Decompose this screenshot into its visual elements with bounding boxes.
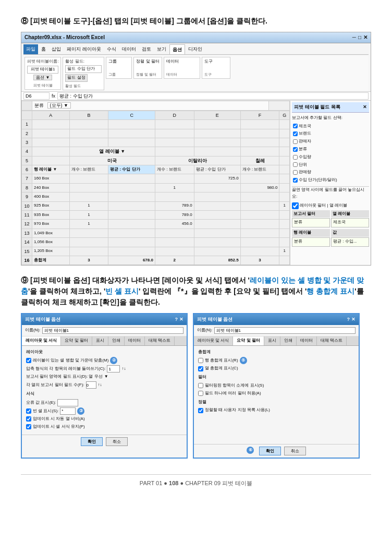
dialog-1-tab-filter[interactable]: 요약 및 필터 [61, 336, 92, 345]
dialog-2-help-icon[interactable]: ? [347, 316, 350, 323]
dialog-1-tab-display[interactable]: 표시 [92, 336, 108, 345]
dialog-1-tab-layout[interactable]: 레이아웃 및 서식 [22, 336, 61, 345]
dialog-2-close-icon[interactable]: ✕ [351, 316, 356, 323]
row-8: 8 [22, 183, 32, 192]
section-8: ⑧ [피벗 테이블 도구]-[옵션] 탭의 [피벗 테이블] 그룹에서 [옵션]… [21, 16, 371, 266]
dialog-2-tab-data[interactable]: 데이터 [297, 336, 317, 345]
checkbox-브랜드[interactable] [293, 131, 298, 136]
preserve-format-row: 업데이트 시 셀 서식 유지(P) [26, 424, 182, 430]
dialog-1-cancel-btn[interactable]: 취소 [106, 437, 128, 446]
cell-ref-input[interactable] [23, 92, 50, 100]
tab-file[interactable]: 파일 [23, 44, 38, 54]
empty-cells-row: 빈 셀 표시(S): ③ [26, 407, 182, 415]
checkbox-수입단가[interactable] [293, 178, 298, 183]
filter-subtotals-checkbox[interactable] [198, 383, 203, 388]
dialog-2-tab-display[interactable]: 표시 [264, 336, 280, 345]
sidebar-close-icon[interactable]: ✕ [363, 103, 367, 111]
dialog-1-tab-alt[interactable]: 대체 텍스트 [145, 336, 175, 345]
dialog-1-close-icon[interactable]: ✕ [179, 316, 183, 323]
dialog-1-name-input[interactable] [42, 327, 183, 334]
col-a: A [32, 111, 70, 119]
row-totals-checkbox[interactable] [198, 358, 203, 363]
maximize-icon[interactable]: □ [358, 33, 361, 42]
tab-design[interactable]: 디자인 [186, 44, 205, 54]
dialog-1-title: 피벗 테이블 옵션 [25, 316, 60, 323]
dialog-1-tab-data[interactable]: 데이터 [125, 336, 145, 345]
callout-2: ② [110, 357, 117, 364]
checkbox-분류[interactable] [293, 147, 298, 152]
checkbox-수입량[interactable] [293, 155, 298, 160]
merge-cells-checkbox[interactable] [26, 358, 31, 363]
field-수입량: 수입량 [292, 153, 369, 161]
close-icon[interactable]: ✕ [363, 33, 368, 42]
col-b: B [69, 111, 108, 119]
merge-cells-row: 레이블이 있는 셀 병합 및 가운데 맞춤(M) ② [26, 357, 182, 364]
row-7: 7 [22, 174, 32, 183]
tab-options[interactable]: 옵션 [169, 44, 185, 54]
highlight-row-totals: 행 총합계 표시 [307, 287, 354, 295]
multi-filter-checkbox[interactable] [198, 391, 203, 396]
field-브랜드: 브랜드 [292, 130, 369, 138]
field-분류: 분류 [292, 146, 369, 153]
group-label-data: 데이터 [166, 71, 198, 77]
indent-input[interactable] [107, 365, 120, 372]
empty-cells-label: 빈 셀 표시(S): [33, 408, 58, 415]
totals-section-title: 총합계 [198, 349, 354, 356]
dialog-2-tab-print[interactable]: 인쇄 [280, 336, 297, 345]
autofit-checkbox[interactable] [26, 416, 31, 422]
fields-col-input[interactable] [86, 381, 96, 389]
dialog-2-titlebar: 피벗 테이블 옵션 ? ✕ [194, 314, 359, 324]
empty-cells-checkbox[interactable] [26, 408, 31, 414]
options-btn[interactable]: 옵션 ▼ [33, 75, 52, 80]
formula-input[interactable] [57, 92, 369, 100]
dialog-2-tab-filter[interactable]: 요약 및 필터 [233, 336, 264, 345]
field-판매량: 판매량 [292, 169, 369, 176]
field-settings-btn[interactable]: 필드 설정 [65, 74, 87, 82]
checkbox-단위[interactable] [293, 162, 298, 167]
preserve-format-checkbox[interactable] [26, 424, 31, 429]
tab-review[interactable]: 검토 [139, 44, 154, 54]
autofit-row: 업데이트 시 자동 열 너비(A) [26, 416, 182, 423]
dialog-2-ok-btn[interactable]: 확인 [259, 447, 281, 455]
dialog-1-help-icon[interactable]: ? [175, 316, 178, 323]
dialog-2-name-input[interactable] [214, 327, 356, 334]
dialog-2-tab-layout[interactable]: 레이아웃 및 서식 [194, 336, 233, 345]
pivot-sidebar-title: 피벗 테이블 필드 목록 ✕ [292, 102, 369, 112]
row-1: 1 [22, 120, 32, 129]
ribbon-tabs-bar: 파일 홈 삽입 페이지 레이아웃 수식 데이터 검토 보기 옵션 디자인 피벗 … [21, 43, 371, 92]
tab-insert[interactable]: 삽입 [49, 44, 64, 54]
row-15: 15 [22, 247, 32, 256]
empty-cells-input[interactable] [60, 407, 76, 415]
report-display-row: 보고서 필터 영역에 필드 표시(D): 열 우선 ▼ [26, 374, 182, 380]
filter-value[interactable]: (모두) ▼ [47, 102, 71, 109]
row-9: 9 [22, 193, 32, 201]
custom-sort-checkbox[interactable] [198, 408, 203, 413]
dropdown-icon-1[interactable]: ▼ [104, 374, 108, 380]
dialog-1-ok-btn[interactable]: 확인 [81, 437, 103, 446]
tab-formulas[interactable]: 수식 [104, 44, 119, 54]
tab-data[interactable]: 데이터 [119, 44, 139, 54]
section-9: ⑨ [피벗 테이블 옵션] 대화상자가 나타나면 [레이아웃 및 서식] 탭에서… [21, 275, 371, 459]
defer-update-checkbox[interactable] [292, 202, 299, 209]
checkbox-판매량[interactable] [293, 170, 298, 175]
checkbox-판매자[interactable] [293, 139, 298, 144]
col-totals-checkbox[interactable] [198, 366, 203, 371]
dialog-2-tab-alt[interactable]: 대체 텍스트 [317, 336, 347, 345]
field-판매자: 판매자 [292, 138, 369, 146]
filter-label: 분류 [34, 103, 44, 108]
dialog-1-titlebar: 피벗 테이블 옵션 ? ✕ [22, 314, 187, 324]
dialog-1-tab-print[interactable]: 인쇄 [108, 336, 125, 345]
row-labels-area: 행 레이블 분류 [292, 229, 330, 247]
tab-page-layout[interactable]: 페이지 레이아웃 [64, 44, 104, 54]
merge-cells-label: 레이블이 있는 셀 병합 및 가운데 맞춤(M) [33, 357, 108, 364]
tab-view[interactable]: 보기 [154, 44, 169, 54]
tab-home[interactable]: 홈 [39, 44, 48, 54]
bottom-bar: PART 01 ● 108 ● CHAPTER 09 피벗 테이블 [21, 474, 371, 488]
checkbox-제조국[interactable] [293, 124, 298, 128]
footer-chapter: CHAPTER 09 피벗 테이블 [185, 480, 252, 486]
error-values-input[interactable] [57, 399, 78, 406]
dialog-2-cancel-btn[interactable]: 취소 [284, 447, 306, 455]
formula-bar: fx [21, 92, 371, 101]
fx-label: fx [52, 92, 55, 100]
minimize-icon[interactable]: ─ [352, 33, 356, 42]
